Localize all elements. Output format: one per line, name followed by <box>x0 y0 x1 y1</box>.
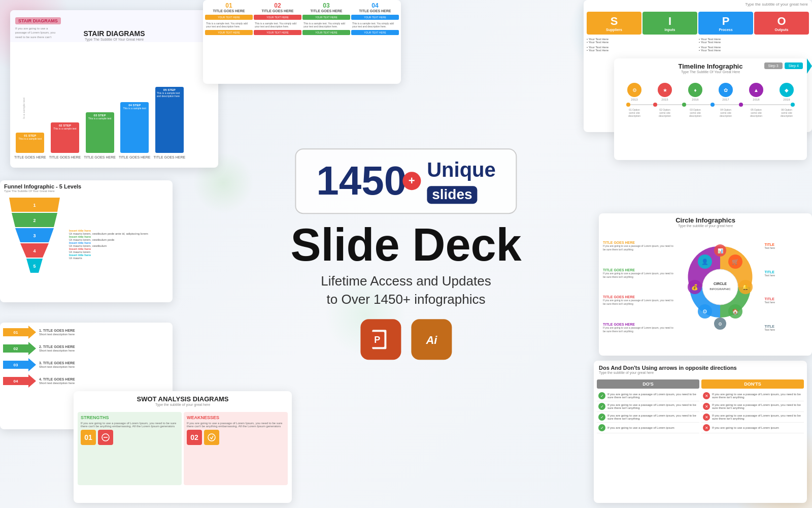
circle-labels-right: TITLE Text here TITLE Text here TITLE Te… <box>765 233 808 341</box>
slides-badge: slides <box>427 186 477 204</box>
weaknesses-label: STAIR DIAGRAMS <box>15 17 61 24</box>
table-row-3: YOUR TEXT HERE YOUR TEXT HERE YOUR TEXT … <box>205 30 399 35</box>
dosdonts-card: Dos And Don'ts Using arrows in opposite … <box>594 361 807 503</box>
sipo-boxes: S Suppliers I Inputs P Process O Outputs <box>587 12 809 35</box>
dos-row-3: ✓ If you are going to use a passage of L… <box>597 412 699 423</box>
sipo-list: • Your Text Here • Your Text Here • Your… <box>587 38 809 52</box>
dos-row-4: ✓ If you are going to use a passage of L… <box>597 423 699 433</box>
swot-title: SWOT ANALYSIS DIAGRAMS <box>79 395 287 403</box>
donts-row-2: ✕ If you are going to use a passage of L… <box>701 401 804 412</box>
svg-text:📊: 📊 <box>717 248 723 254</box>
swot-strengths: STRENGTHS If you are going to use a pass… <box>78 412 182 485</box>
unique-slides-box: 1450 + Unique slides <box>295 148 517 214</box>
stair-label-2: TITLE GOES HERE <box>49 155 81 159</box>
table-row-2: This is a sample text. You simply add yo… <box>205 21 399 29</box>
arrow-row-3: 03 3. TITLE GOES HERE Short text descrip… <box>3 358 170 371</box>
svg-text:03: 03 <box>14 363 18 367</box>
donts-header: DON'TS <box>701 379 804 389</box>
stair-label-5: TITLE GOES HERE <box>154 155 186 159</box>
arrow-row-4: 04 4. TITLE GOES HERE Short text descrip… <box>3 374 170 388</box>
funnel-content: 1 2 3 4 5 Insert title hereUt mauris lor… <box>0 194 173 295</box>
dos-row-1: ✓ If you are going to use a passage of L… <box>597 391 699 401</box>
svg-text:💰: 💰 <box>691 283 698 291</box>
arrow-row-1: 01 1. TITLE GOES HERE Short text descrip… <box>3 326 170 339</box>
stair-box-5: 05 STEP This is a sample text and descri… <box>155 87 184 153</box>
dos-check-1: ✓ <box>598 392 605 399</box>
stair-box-2: 02 STEP This is a sample text <box>51 122 79 153</box>
swot-grid: STRENGTHS If you are going to use a pass… <box>74 408 292 489</box>
col-header-4: 04 TITLE GOES HERE <box>351 2 399 13</box>
circle-title: Circle Infographics <box>604 216 807 224</box>
timeline-options: 01 Optionsome site description 02 Option… <box>619 108 802 117</box>
timeline-content: ⚙ 2013 ★ 2015 ♦ 2016 ✿ 2017 <box>614 78 807 154</box>
stair-label-4: TITLE GOES HERE <box>119 155 151 159</box>
svg-text:🔔: 🔔 <box>742 283 749 291</box>
arrows-list: 01 1. TITLE GOES HERE Short text descrip… <box>3 326 170 388</box>
stair-box-1: 01 STEP This is a sample text <box>16 133 44 153</box>
dos-check-2: ✓ <box>598 403 605 410</box>
col-header-2: 02 TITLE GOES HERE <box>254 2 301 13</box>
svg-text:3: 3 <box>33 233 36 238</box>
dosdonts-title: Dos And Don'ts Using arrows in opposite … <box>599 365 802 371</box>
svg-text:🛒: 🛒 <box>732 258 739 265</box>
dos-row-2: ✓ If you are going to use a passage of L… <box>597 401 699 412</box>
stair-axis: Is a sample text <box>22 98 25 119</box>
svg-text:INFOGRAPHIC: INFOGRAPHIC <box>709 288 731 291</box>
funnel-header: Funnel Infographic - 5 Levels Type The S… <box>0 180 173 194</box>
donts-row-4: ✕ If you are going to use a passage of L… <box>701 423 804 433</box>
svg-marker-15 <box>3 358 36 371</box>
stair-diagram-content: Is a sample text 01 STEP This is a sampl… <box>10 42 218 168</box>
stair-label-1: TITLE GOES HERE <box>14 155 46 159</box>
dos-check-4: ✓ <box>598 424 605 431</box>
step3-badge: Step 3 <box>764 62 783 69</box>
donts-row-3: ✕ If you are going to use a passage of L… <box>701 412 804 423</box>
sipo-i: I Inputs <box>642 12 697 35</box>
funnel-title: Funnel Infographic - 5 Levels <box>4 183 168 189</box>
donts-row-1: ✕ If you are going to use a passage of L… <box>701 391 804 401</box>
timeline-icons-row: ⚙ 2013 ★ 2015 ♦ 2016 ✿ 2017 <box>619 83 802 101</box>
timeline-icon-3: ♦ 2016 <box>688 83 702 101</box>
sipo-s: S Suppliers <box>587 12 641 35</box>
col-header-1: 01 TITLE GOES HERE <box>205 2 253 13</box>
svg-text:5: 5 <box>33 264 36 269</box>
funnel-visual: 1 2 3 4 5 <box>4 198 65 291</box>
svg-point-21 <box>208 434 215 441</box>
stair-step-4: 04 STEP This is a sample text TITLE GOES… <box>119 102 151 159</box>
step4-badge: Step 4 <box>785 62 803 69</box>
timeline-icon-5: ▲ 2018 <box>749 83 763 101</box>
sipo-content: S Suppliers I Inputs P Process O Outputs… <box>584 9 812 55</box>
circle-header: Circle Infographics Type the subtitle of… <box>599 213 812 229</box>
svg-text:2: 2 <box>33 218 36 223</box>
stair-box-4: 04 STEP This is a sample text <box>120 102 149 153</box>
donts-check-3: ✕ <box>703 414 710 421</box>
subtitle: Lifetime Access and Updates to Over 1450… <box>290 272 521 309</box>
svg-text:⚙: ⚙ <box>718 322 722 327</box>
funnel-subtitle: Type The Subtitle Of Your Great Here <box>4 189 168 193</box>
stair-diagrams-card: STAIR DIAGRAMS If you are going to use a… <box>10 10 218 168</box>
svg-text:CIRCLE: CIRCLE <box>713 282 726 285</box>
svg-text:02: 02 <box>14 346 18 351</box>
stair-step-5: 05 STEP This is a sample text and descri… <box>154 87 186 159</box>
circle-subtitle: Type the subtitle of your great here <box>604 224 807 228</box>
swot-card: SWOT ANALYSIS DIAGRAMS Type the subtitle… <box>74 391 292 503</box>
table-content: 01 TITLE GOES HERE 02 TITLE GOES HERE 03… <box>203 0 401 38</box>
svg-text:1: 1 <box>33 203 36 208</box>
timeline-line <box>626 104 795 105</box>
timeline-card: Step 3 Step 4 Timeline Infographic Type … <box>614 58 807 160</box>
main-title: Slide Deck <box>290 222 521 268</box>
dosdonts-header: Dos And Don'ts Using arrows in opposite … <box>594 361 807 376</box>
sipo-o: O Outputs <box>754 12 809 35</box>
swot-header: SWOT ANALYSIS DIAGRAMS Type the subtitle… <box>74 391 292 408</box>
circle-content: TITLE GOES HERE If you are going to use … <box>599 229 812 345</box>
svg-point-38 <box>702 269 738 305</box>
dosdonts-content: DO'S ✓ If you are going to use a passage… <box>594 376 807 493</box>
dos-check-3: ✓ <box>598 414 605 421</box>
circle-labels-left: TITLE GOES HERE If you are going to use … <box>603 233 675 341</box>
timeline-subtitle: Type The Subtitle Of Your Great Here <box>618 70 803 74</box>
svg-text:P: P <box>374 335 380 345</box>
slide-count-number: 1450 <box>316 161 407 202</box>
plus-icon: + <box>402 172 421 190</box>
illustrator-icon: Ai <box>411 319 452 360</box>
swot-subtitle: Type the subtitle of your great here <box>79 403 287 406</box>
sipo-p: P Process <box>698 12 753 35</box>
